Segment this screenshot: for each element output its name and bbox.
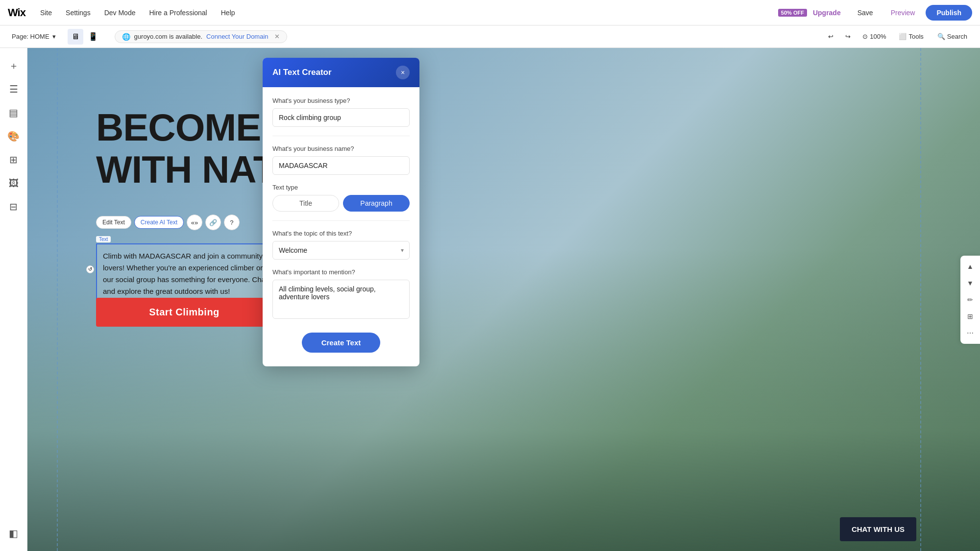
search-button[interactable]: 🔍 Search bbox=[932, 31, 972, 42]
zoom-level: 100% bbox=[870, 33, 886, 40]
upgrade-button[interactable]: Upgrade bbox=[813, 9, 841, 17]
sidebar-layers-icon[interactable]: ◧ bbox=[4, 524, 24, 543]
nav-help[interactable]: Help bbox=[216, 6, 240, 20]
paragraph-type-button[interactable]: Paragraph bbox=[343, 195, 410, 212]
main-layout: ＋ ☰ ▤ 🎨 ⊞ 🖼 ⊟ ◧ BECOME ONE WITH NATURE E… bbox=[0, 48, 980, 551]
create-text-button[interactable]: Create Text bbox=[302, 333, 380, 353]
modal-body: What's your business type? What's your b… bbox=[263, 87, 419, 366]
save-button[interactable]: Save bbox=[851, 6, 880, 20]
mobile-icon[interactable]: 📱 bbox=[85, 29, 101, 45]
text-type-field: Text type Title Paragraph bbox=[272, 184, 410, 212]
tools-icon: ⬜ bbox=[899, 33, 906, 40]
canvas-area: BECOME ONE WITH NATURE Edit Text Create … bbox=[27, 48, 980, 551]
modal-overlay: AI Text Creator × What's your business t… bbox=[27, 48, 980, 551]
close-domain-icon[interactable]: ✕ bbox=[274, 33, 280, 40]
modal-close-button[interactable]: × bbox=[396, 66, 410, 79]
publish-button[interactable]: Publish bbox=[926, 5, 972, 21]
sidebar-media-icon[interactable]: 🖼 bbox=[4, 173, 24, 193]
modal-title: AI Text Creator bbox=[272, 68, 332, 77]
zoom-control[interactable]: ⊙ 100% bbox=[858, 31, 890, 42]
topic-label: What's the topic of this text? bbox=[272, 230, 410, 237]
title-type-button[interactable]: Title bbox=[272, 195, 339, 212]
business-name-field: What's your business name? bbox=[272, 145, 410, 175]
business-type-label: What's your business type? bbox=[272, 97, 410, 104]
device-icons: 🖥 📱 bbox=[68, 29, 101, 45]
page-selector[interactable]: Page: HOME ▾ bbox=[8, 31, 60, 42]
canvas-content: BECOME ONE WITH NATURE Edit Text Create … bbox=[27, 48, 980, 551]
desktop-icon[interactable]: 🖥 bbox=[68, 29, 83, 45]
globe-icon: 🌐 bbox=[122, 33, 130, 41]
sidebar-pages-icon[interactable]: ☰ bbox=[4, 79, 24, 99]
important-label: What's important to mention? bbox=[272, 268, 410, 276]
topic-select-wrapper: Welcome About Us Services Contact Galler… bbox=[272, 241, 410, 260]
redo-button[interactable]: ↪ bbox=[841, 31, 855, 42]
sidebar-grid-icon[interactable]: ⊟ bbox=[4, 197, 24, 216]
nav-site[interactable]: Site bbox=[35, 6, 57, 20]
left-sidebar: ＋ ☰ ▤ 🎨 ⊞ 🖼 ⊟ ◧ bbox=[0, 48, 27, 551]
business-name-input[interactable] bbox=[272, 156, 410, 175]
discount-badge: 50% OFF bbox=[778, 9, 807, 17]
zoom-icon: ⊙ bbox=[862, 33, 868, 40]
top-nav: Wix Site Settings Dev Mode Hire a Profes… bbox=[0, 0, 980, 25]
divider-2 bbox=[272, 220, 410, 221]
business-type-field: What's your business type? bbox=[272, 97, 410, 127]
business-type-input[interactable] bbox=[272, 108, 410, 127]
search-label: Search bbox=[947, 33, 967, 40]
tools-label: Tools bbox=[908, 33, 923, 40]
ai-text-creator-modal: AI Text Creator × What's your business t… bbox=[263, 58, 419, 366]
business-name-label: What's your business name? bbox=[272, 145, 410, 152]
important-textarea[interactable]: All climbing levels, social group, adven… bbox=[272, 280, 410, 319]
chevron-down-icon: ▾ bbox=[52, 33, 56, 40]
preview-button[interactable]: Preview bbox=[884, 6, 922, 20]
wix-logo: Wix bbox=[8, 6, 25, 19]
sidebar-paint-icon[interactable]: 🎨 bbox=[4, 126, 24, 146]
nav-settings[interactable]: Settings bbox=[61, 6, 96, 20]
undo-button[interactable]: ↩ bbox=[824, 31, 837, 42]
topic-select[interactable]: Welcome About Us Services Contact Galler… bbox=[272, 241, 410, 260]
important-field: What's important to mention? All climbin… bbox=[272, 268, 410, 321]
nav-hire[interactable]: Hire a Professional bbox=[144, 6, 212, 20]
domain-text: guroyo.com is available. bbox=[134, 33, 202, 40]
search-icon: 🔍 bbox=[937, 33, 945, 40]
text-type-label: Text type bbox=[272, 184, 410, 191]
page-name: Page: HOME bbox=[12, 33, 49, 40]
modal-header: AI Text Creator × bbox=[263, 58, 419, 87]
nav-devmode[interactable]: Dev Mode bbox=[99, 6, 141, 20]
divider-1 bbox=[272, 136, 410, 136]
second-nav: Page: HOME ▾ 🖥 📱 🌐 guroyo.com is availab… bbox=[0, 25, 980, 48]
sidebar-sections-icon[interactable]: ▤ bbox=[4, 103, 24, 122]
sidebar-add-icon[interactable]: ＋ bbox=[4, 56, 24, 75]
connect-domain-link[interactable]: Connect Your Domain bbox=[206, 33, 268, 40]
topic-field: What's the topic of this text? Welcome A… bbox=[272, 230, 410, 260]
domain-bar: 🌐 guroyo.com is available. Connect Your … bbox=[115, 30, 287, 43]
tools-button[interactable]: ⬜ Tools bbox=[894, 31, 928, 42]
sidebar-apps-icon[interactable]: ⊞ bbox=[4, 150, 24, 169]
text-type-group: Title Paragraph bbox=[272, 195, 410, 212]
